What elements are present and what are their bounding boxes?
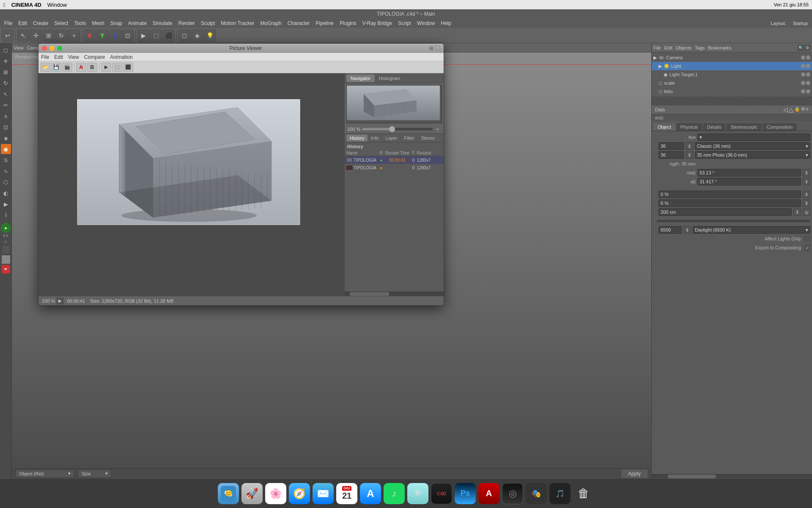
pv-menu-compare[interactable]: Compare [84, 54, 105, 60]
object-selector-dropdown[interactable]: Object (Rel) ▾ [15, 469, 74, 478]
history-item-2[interactable]: TIPOLOGIA ● 0 1280x7 [345, 164, 444, 171]
pv-zoom-btn[interactable]: + [434, 126, 441, 133]
x-axis[interactable]: X [84, 30, 96, 41]
dock-safari[interactable]: 🧭 [289, 483, 310, 504]
pv-tab-histogram[interactable]: Histogram [375, 75, 404, 82]
menu-tools[interactable]: Tools [71, 19, 88, 27]
obj-item-letto[interactable]: ⬡ letto [652, 87, 812, 96]
pv-tool-open[interactable]: 📂 [40, 63, 50, 72]
attr-input-focus[interactable]: 200 cm [658, 208, 792, 216]
sidebar-extrude-icon[interactable]: ⊡ [1, 122, 11, 132]
menu-window[interactable]: Window [414, 19, 438, 27]
pv-close-btn[interactable] [42, 46, 47, 51]
dock-calendar[interactable]: GIU21 [336, 483, 357, 504]
pv-tool-compare-b[interactable]: B [87, 63, 97, 72]
pv-history-scrollbar[interactable] [345, 292, 444, 296]
pv-fullscreen-icon[interactable]: ⛶ [435, 45, 440, 51]
pv-zoom-track[interactable] [362, 128, 433, 130]
dock-launchpad[interactable]: 🚀 [241, 483, 263, 504]
menu-select[interactable]: Select [52, 19, 71, 27]
lt-dot-2[interactable] [806, 72, 810, 77]
focal-increment-btn[interactable]: ⇕ [686, 142, 693, 150]
menu-pipeline[interactable]: Pipeline [313, 19, 336, 27]
attr-input-fov-v[interactable]: 31.417 ° [697, 178, 801, 185]
obj-item-camera[interactable]: ▶ Camera [652, 53, 812, 62]
obj-manager-config-icon[interactable]: ⚙ [804, 45, 810, 51]
pv-menu-animation[interactable]: Animation [110, 54, 132, 60]
menu-file[interactable]: File [2, 19, 15, 27]
pv-zoom-handle[interactable] [389, 126, 395, 132]
obj-tags-menu[interactable]: Tags [695, 45, 705, 50]
vp-view-menu[interactable]: View [14, 45, 24, 50]
pv-tool-stop[interactable]: ⬛ [123, 63, 133, 72]
attr-input-fov-h[interactable]: 53.13 ° [697, 169, 801, 177]
render-region[interactable]: ⬚ [150, 30, 162, 41]
dock-cinema4d[interactable]: C4D [431, 483, 452, 504]
obj-item-light-target[interactable]: ◉ Light.Target.1 [652, 70, 812, 79]
scale-dot-1[interactable] [801, 81, 805, 85]
add-tool[interactable]: + [68, 30, 80, 41]
obj-item-scale[interactable]: ⬡ scale [652, 79, 812, 87]
attr-tab-composition[interactable]: Composition [763, 123, 797, 131]
pv-tab-navigator[interactable]: Navigator [346, 75, 375, 82]
light-mode[interactable]: 💡 [204, 30, 216, 41]
dock-appstore[interactable]: A [360, 483, 381, 504]
menu-help[interactable]: Help [438, 19, 454, 27]
sidebar-anim-icon[interactable]: ▶ [1, 199, 11, 209]
lt-dot-1[interactable] [801, 72, 805, 77]
data-lock-icon[interactable]: 🔒 [794, 106, 800, 113]
data-layer-icon[interactable]: ≡ [806, 106, 809, 113]
menu-motion-tracker[interactable]: Motion Tracker [218, 19, 257, 27]
dock-photoshop[interactable]: Ps [455, 483, 476, 504]
attr-input-zoom-v[interactable]: 0 % [658, 199, 801, 207]
menu-character[interactable]: Character [285, 19, 313, 27]
app-name[interactable]: CINEMA 4D [11, 2, 41, 8]
zoom-h-increment[interactable]: ⇕ [803, 190, 810, 198]
sidebar-poly-icon[interactable]: ⬡ [1, 177, 11, 187]
camera-dot-1[interactable] [801, 55, 805, 60]
attr-tab-stereo[interactable]: Stereoscopic [726, 123, 762, 131]
pv-tool-film[interactable]: 🎬 [62, 63, 72, 72]
sidebar-green-icon[interactable]: ● [1, 223, 11, 233]
dock-misc1[interactable]: 🎭 [526, 483, 547, 504]
obj-manager-search-icon[interactable]: 🔍 [798, 45, 804, 51]
wb-increment[interactable]: ⇕ [683, 226, 691, 234]
pv-tab-layer[interactable]: Layer [382, 135, 401, 141]
dock-spotify[interactable]: ♪ [384, 483, 405, 504]
sidebar-bevel-icon[interactable]: ◈ [1, 133, 11, 143]
rotate-tool[interactable]: ↻ [55, 30, 67, 41]
coord-btn[interactable]: ⊡ [122, 30, 134, 41]
sidebar-scale-icon[interactable]: ⊞ [1, 67, 11, 77]
attr-input-focal-len[interactable]: 36 [658, 142, 684, 150]
pv-tab-info[interactable]: Info [368, 135, 382, 141]
attr-input-focal-len2[interactable]: 36 [658, 151, 684, 159]
menu-vray[interactable]: V-Ray Bridge [359, 19, 395, 27]
sidebar-spline-icon[interactable]: ∿ [1, 166, 11, 176]
history-item-1[interactable]: TIPOLOGIA ● 00:00:41 0 1280x7 [345, 156, 444, 164]
focus-increment[interactable]: ⇕ [793, 208, 801, 216]
attr-input-wb[interactable]: 6500 [658, 226, 682, 234]
pv-minimize-btn[interactable] [49, 46, 55, 51]
pv-tool-region[interactable]: ⬚ [112, 63, 122, 72]
sidebar-sculpt-icon[interactable]: S [1, 155, 11, 165]
scale-dot-2[interactable] [806, 81, 810, 85]
attr-tab-object[interactable]: Object [653, 123, 675, 131]
dock-autocad[interactable]: A [478, 483, 499, 504]
undo-btn[interactable]: ↩ [2, 30, 14, 41]
menu-script[interactable]: Script [395, 19, 414, 27]
pv-menu-view[interactable]: View [68, 54, 79, 60]
sidebar-bridge-icon[interactable]: ∧ [1, 111, 11, 121]
attr-input-zoom-h[interactable]: 0 % [658, 190, 801, 198]
menu-simulate[interactable]: Simulate [150, 19, 175, 27]
pv-tool-compare-a[interactable]: A [76, 63, 86, 72]
texture-mode[interactable]: ◈ [191, 30, 203, 41]
pv-menu-file[interactable]: File [41, 54, 49, 60]
menu-edit[interactable]: Edit [16, 19, 30, 27]
pv-tool-render[interactable]: ▶ [101, 63, 111, 72]
menu-mesh[interactable]: Mesh [89, 19, 107, 27]
attr-scrollbar-thumb[interactable] [668, 475, 716, 478]
obj-file-menu[interactable]: File [653, 45, 661, 50]
pv-menu-edit[interactable]: Edit [54, 54, 63, 60]
sidebar-deform-icon[interactable]: ⌇ [1, 210, 11, 220]
zoom-v-increment[interactable]: ⇕ [803, 199, 810, 207]
